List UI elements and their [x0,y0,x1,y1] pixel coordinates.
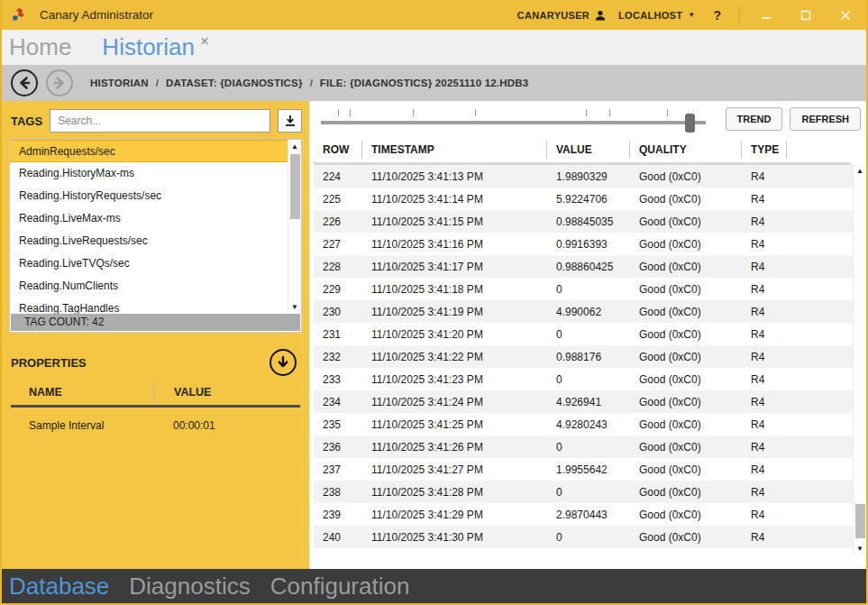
tag-list-item[interactable]: AdminRequests/sec [10,140,301,162]
table-row[interactable]: 23111/10/2025 3:41:20 PM0Good (0xC0)R4 [314,323,853,345]
breadcrumb-segment[interactable]: FILE: {DIAGNOSTICS} 20251110 12.HDB3 [320,78,529,88]
table-scrollbar[interactable]: ▲ ▼ [853,165,866,555]
tag-list-scrollbar[interactable]: ▲ ▼ [288,140,301,314]
table-cell: 0 [547,531,630,544]
table-row[interactable]: 22511/10/2025 3:41:14 PM5.9224706Good (0… [314,188,853,210]
footer-item-configuration[interactable]: Configuration [270,569,410,603]
scroll-up-icon[interactable]: ▲ [854,167,866,175]
table-cell: 235 [314,418,362,431]
table-cell: Good (0xC0) [630,441,742,454]
table-row[interactable]: 23411/10/2025 3:41:24 PM4.926941Good (0x… [314,390,853,413]
footer-nav: DatabaseDiagnosticsConfiguration [2,569,866,603]
table-cell: 228 [314,261,362,273]
table-cell: R4 [742,261,787,273]
table-row[interactable]: 22411/10/2025 3:41:13 PM1.9890329Good (0… [314,165,853,188]
table-cell: 0.988176 [547,351,630,363]
window-title: Canary Administrator [40,8,153,22]
table-row[interactable]: 22611/10/2025 3:41:15 PM0.98845035Good (… [314,210,853,233]
table-cell: 11/10/2025 3:41:27 PM [362,463,547,476]
tab-historian[interactable]: Historian × [102,30,209,65]
tag-list-item[interactable]: Reading.LiveMax-ms [10,207,301,230]
table-cell: 2.9870443 [547,509,630,521]
tag-list-item[interactable]: Reading.TagHandles [10,298,301,314]
property-value: 00:00:01 [153,419,302,432]
table-cell: 11/10/2025 3:41:13 PM [362,170,547,183]
table-row[interactable]: 23511/10/2025 3:41:25 PM4.9280243Good (0… [314,413,853,435]
table-cell: Good (0xC0) [630,170,742,183]
help-button[interactable]: ? [708,8,726,23]
table-cell: 11/10/2025 3:41:22 PM [362,351,547,363]
host-name: LOCALHOST [618,10,682,21]
breadcrumb-segment[interactable]: HISTORIAN [90,78,149,88]
table-cell: R4 [742,531,787,544]
maximize-button[interactable] [792,5,819,26]
user-name: CANARYUSER [517,10,589,21]
table-cell: 11/10/2025 3:41:29 PM [362,509,547,521]
table-column-header[interactable]: TIMESTAMP [362,141,547,159]
properties-divider [11,405,300,408]
table-cell: 11/10/2025 3:41:30 PM [362,531,547,544]
table-cell: R4 [742,283,787,296]
scroll-up-icon[interactable]: ▲ [288,142,301,151]
table-row[interactable]: 22911/10/2025 3:41:18 PM0Good (0xC0)R4 [314,278,853,300]
properties-collapse-button[interactable] [270,349,297,376]
scrollbar-thumb[interactable] [855,504,865,538]
table-cell: R4 [742,463,787,476]
tag-export-button[interactable] [278,109,302,133]
back-button[interactable] [11,69,38,96]
refresh-button[interactable]: REFRESH [790,107,861,131]
table-cell: 0 [547,283,630,296]
table-row[interactable]: 22811/10/2025 3:41:17 PM0.98860425Good (… [314,255,853,278]
tag-list-item[interactable]: Reading.HistoryMax-ms [10,162,301,185]
scroll-down-icon[interactable]: ▼ [854,545,866,553]
table-row[interactable]: 23911/10/2025 3:41:29 PM2.9870443Good (0… [314,503,853,526]
table-cell: 11/10/2025 3:41:23 PM [362,373,547,386]
table-cell: 11/10/2025 3:41:28 PM [362,486,547,499]
table-cell: R4 [742,306,787,318]
table-row[interactable]: 23611/10/2025 3:41:26 PM0Good (0xC0)R4 [314,435,853,458]
table-cell: 236 [314,441,362,454]
tab-close-icon[interactable]: × [200,33,209,49]
table-cell: 0.98860425 [547,261,630,273]
tag-list-item[interactable]: Reading.NumClients [10,275,301,298]
table-row[interactable]: 23211/10/2025 3:41:22 PM0.988176Good (0x… [314,345,853,368]
table-cell: 225 [314,193,362,206]
table-row[interactable]: 23711/10/2025 3:41:27 PM1.9955642Good (0… [314,458,853,481]
tag-list-item[interactable]: Reading.LiveTVQs/sec [10,252,301,275]
table-row[interactable]: 23011/10/2025 3:41:19 PM4.990062Good (0x… [314,300,853,323]
user-menu[interactable]: CANARYUSER [517,10,606,21]
host-selector[interactable]: LOCALHOST ▼ [618,10,695,21]
footer-item-database[interactable]: Database [9,569,109,603]
tag-list-item[interactable]: Reading.LiveRequests/sec [10,230,301,252]
trend-button[interactable]: TREND [726,107,783,131]
slider-track[interactable] [321,121,706,124]
minimize-button[interactable] [753,5,780,26]
scroll-down-icon[interactable]: ▼ [288,303,301,311]
slider-thumb[interactable] [685,114,695,133]
table-cell: 238 [314,486,362,499]
table-column-header[interactable]: TYPE [742,141,787,159]
table-cell: Good (0xC0) [630,193,742,206]
table-column-header[interactable]: ROW [314,141,362,159]
breadcrumb-segment[interactable]: DATASET: {DIAGNOSTICS} [166,78,303,88]
table-row[interactable]: 22711/10/2025 3:41:16 PM0.9916393Good (0… [314,233,853,255]
slider-tick [413,109,414,116]
footer-item-diagnostics[interactable]: Diagnostics [129,569,250,603]
table-cell: 233 [314,373,362,386]
table-row[interactable]: 23811/10/2025 3:41:28 PM0Good (0xC0)R4 [314,481,853,503]
time-slider[interactable] [321,105,706,133]
forward-button[interactable] [46,69,73,96]
properties-col-name: NAME [9,386,153,399]
table-cell: R4 [742,373,787,386]
table-column-header[interactable]: QUALITY [630,141,742,159]
tab-home[interactable]: Home [9,30,71,65]
table-row[interactable]: 24011/10/2025 3:41:30 PM0Good (0xC0)R4 [314,526,853,548]
close-button[interactable] [832,5,859,26]
table-row[interactable]: 23311/10/2025 3:41:23 PM0Good (0xC0)R4 [314,368,853,390]
table-cell: Good (0xC0) [630,463,742,476]
scrollbar-thumb[interactable] [290,154,300,219]
table-column-header[interactable]: VALUE [547,141,630,159]
tag-list-item[interactable]: Reading.HistoryRequests/sec [10,185,301,207]
tag-search-input[interactable] [50,109,270,133]
table-body: 22411/10/2025 3:41:13 PM1.9890329Good (0… [314,165,853,548]
